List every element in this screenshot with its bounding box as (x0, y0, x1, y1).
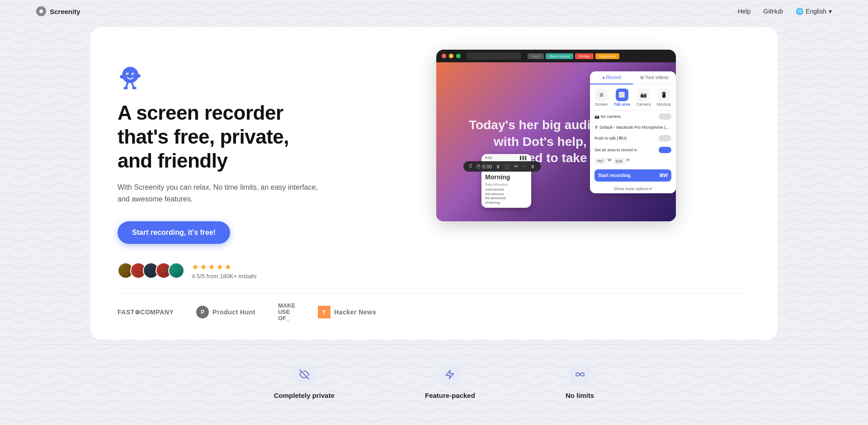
mascot (118, 63, 145, 90)
private-label: Completely private (274, 392, 335, 399)
height-label: H (627, 158, 630, 165)
height-value: 519 (616, 159, 623, 163)
logo-text: Screenity (50, 8, 80, 15)
product-hunt-text: Product Hunt (212, 308, 255, 316)
browser-bar: SaaS Open source Design Inspiration (436, 50, 676, 62)
start-recording-button[interactable]: Start recording ⌘W (594, 169, 671, 182)
logo[interactable]: Screenity (36, 6, 80, 16)
start-recording-label: Start recording (598, 173, 631, 178)
svg-point-7 (120, 75, 124, 79)
rating-text: 4.5/5 from 180K+ installs (192, 273, 256, 280)
star-5: ★ (224, 262, 231, 272)
feature-packed-label: Feature-packed (425, 392, 475, 399)
minimize-dot (449, 54, 453, 58)
record-tab-label: ● Record (602, 75, 621, 80)
page-wrapper: Screenity Help GitHub 🌐 English ▾ (0, 0, 868, 425)
panel-tabs: ● Record ⊞ Your videos (590, 71, 676, 85)
timer-icon: ⏱ 0:00 (476, 164, 492, 169)
nav-links: Help GitHub 🌐 English ▾ (738, 8, 832, 15)
help-link[interactable]: Help (738, 8, 751, 15)
press-section: FAST⊕COMPANY P Product Hunt MAKEUSEOF_ Y… (118, 293, 750, 322)
product-hunt-logo: P Product Hunt (196, 306, 255, 318)
camera-toggle[interactable] (659, 113, 671, 120)
camera-mode[interactable]: 📷 Camera (636, 89, 651, 107)
pause-icon: ⏸ (495, 164, 500, 169)
star-1: ★ (192, 262, 199, 272)
phone-status-bar: 9:01 ▌▌▌ (481, 154, 531, 162)
mic-row: 🎙 Default - MacBook Pro Microphone (... (590, 122, 676, 132)
phone-affirmation-label: Daily Affirmation (485, 183, 528, 186)
screen-icon: 🖥 (595, 89, 608, 101)
eye-slash-icon (292, 363, 316, 386)
camera-icon: 📷 (637, 89, 650, 101)
hero-layout: A screen recorder that's free, private, … (118, 50, 750, 280)
navbar: Screenity Help GitHub 🌐 English ▾ (0, 0, 868, 23)
show-more-options[interactable]: Show more options ▾ (590, 184, 676, 193)
globe-icon: 🌐 (796, 8, 803, 15)
recording-panel: ● Record ⊞ Your videos 🖥 Screen (590, 71, 676, 193)
svg-point-12 (132, 87, 137, 89)
feature-no-limits: No limits (566, 363, 594, 399)
features-section: Completely private Feature-packed No lim… (0, 345, 868, 408)
star-rating: ★ ★ ★ ★ ★ (192, 262, 256, 272)
phone-affirmation-text: environmentsand welcomethe adventuresof … (485, 187, 528, 205)
hacker-news-icon: Y (318, 306, 330, 318)
feature-private: Completely private (274, 363, 335, 399)
avatar (168, 262, 184, 279)
user-avatars (118, 262, 184, 279)
height-field[interactable]: 519 (613, 158, 625, 165)
browser-content: Today's her big audition, andwith Dot's … (436, 62, 676, 221)
headline: A screen recorder that's free, private, … (118, 101, 326, 173)
language-label: English (806, 8, 826, 15)
rating-section: ★ ★ ★ ★ ★ 4.5/5 from 180K+ installs (118, 262, 326, 280)
fast-company-logo: FAST⊕COMPANY (118, 308, 174, 316)
make-use-of-text: MAKEUSEOF_ (278, 303, 295, 322)
subheadline: With Screenity you can relax. No time li… (118, 182, 326, 205)
recording-shortcut: ⌘W (659, 173, 668, 178)
chevron-down-icon: ▾ (829, 8, 832, 15)
width-value: 757 (597, 159, 604, 163)
svg-point-5 (127, 74, 129, 75)
language-selector[interactable]: 🌐 English ▾ (796, 8, 832, 15)
app-screenshot: SaaS Open source Design Inspiration Toda… (436, 50, 676, 221)
camera-label: Camera (636, 102, 651, 107)
left-section: A screen recorder that's free, private, … (118, 50, 326, 280)
mockup-label: Mockup (657, 102, 671, 107)
dimensions-row: 757 W 519 H (590, 156, 676, 167)
tab-area-mode[interactable]: ⬜ Tab area (614, 89, 630, 107)
close-dot (442, 54, 446, 58)
push-to-talk-label: Push to talk (⌘U) (594, 136, 627, 140)
mode-icons: 🖥 Screen ⬜ Tab area 📷 Camera (590, 85, 676, 111)
mockup-icon: 📱 (658, 89, 670, 101)
show-more-label: Show more options ▾ (614, 187, 652, 191)
feature-packed: Feature-packed (425, 363, 475, 399)
hacker-news-logo: Y Hacker News (318, 306, 376, 318)
cta-button[interactable]: Start recording, it's free! (118, 221, 230, 244)
mic-toolbar-icon: 🎙 (530, 164, 535, 169)
right-section: SaaS Open source Design Inspiration Toda… (362, 50, 750, 221)
url-bar (467, 52, 521, 60)
fast-company-text: FAST⊕COMPANY (118, 308, 174, 316)
phone-signal: ▌▌▌ (520, 156, 528, 160)
your-videos-label: ⊞ Your videos (640, 75, 669, 80)
toolbar-dots: ⠿ (469, 163, 472, 169)
star-3: ★ (208, 262, 215, 272)
screen-mode[interactable]: 🖥 Screen (595, 89, 608, 107)
main-card: A screen recorder that's free, private, … (90, 27, 778, 340)
star-4: ★ (216, 262, 223, 272)
set-area-label: Set an area to record in (594, 148, 637, 152)
logo-icon (36, 6, 46, 16)
width-field[interactable]: 757 (594, 158, 606, 165)
set-area-toggle[interactable] (659, 147, 671, 153)
expand-dot (456, 54, 461, 58)
github-link[interactable]: GitHub (764, 8, 783, 15)
your-videos-tab[interactable]: ⊞ Your videos (633, 71, 676, 84)
make-use-of-logo: MAKEUSEOF_ (278, 303, 295, 322)
mockup-mode[interactable]: 📱 Mockup (657, 89, 671, 107)
set-area-row: Set an area to record in (590, 144, 676, 156)
svg-point-2 (122, 67, 138, 83)
push-to-talk-toggle[interactable] (659, 135, 671, 141)
record-tab[interactable]: ● Record (590, 71, 633, 84)
no-camera-label: 📷 No camera (594, 114, 621, 119)
hacker-news-text: Hacker News (334, 308, 376, 316)
